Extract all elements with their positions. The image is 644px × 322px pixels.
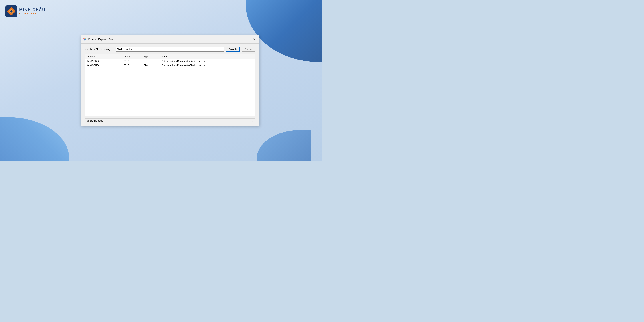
table-body: WINWORD....6016DLLC:\Users\tinas\Documen…: [85, 59, 255, 68]
cell-type: DLL: [142, 59, 160, 63]
logo-area: MINH CHÂU COMPUTER: [6, 6, 46, 17]
logo-name: MINH CHÂU: [19, 8, 46, 12]
cell-pid: 6016: [122, 59, 142, 63]
results-table: Process PID ↑ Type Name: [85, 54, 255, 67]
process-explorer-icon: [83, 37, 87, 41]
title-bar-left: Process Explorer Search: [83, 37, 116, 41]
cell-process: WINWORD....: [85, 63, 122, 67]
pid-sort-arrow: ↑: [129, 56, 130, 58]
dialog-content: Handle or DLL substring: Search Cancel P…: [81, 44, 259, 126]
cell-name: C:\Users\tinas\Documents\File in Use.doc: [160, 59, 255, 63]
svg-point-8: [85, 39, 86, 39]
title-bar: Process Explorer Search ✕: [81, 35, 259, 44]
status-text: 2 matching items.: [86, 120, 104, 122]
logo-sub: COMPUTER: [19, 12, 46, 15]
search-button[interactable]: Search: [226, 47, 240, 52]
col-header-name[interactable]: Name: [160, 54, 255, 59]
cell-pid: 6016: [122, 63, 142, 67]
table-row[interactable]: WINWORD....6016DLLC:\Users\tinas\Documen…: [85, 59, 255, 63]
col-header-pid[interactable]: PID ↑: [122, 54, 142, 59]
status-bar: 2 matching items. ⤡: [85, 119, 255, 123]
logo-icon: [6, 6, 17, 17]
search-row: Handle or DLL substring: Search Cancel: [85, 47, 255, 52]
svg-point-7: [84, 39, 85, 39]
col-header-process[interactable]: Process: [85, 54, 122, 59]
table-header-row: Process PID ↑ Type Name: [85, 54, 255, 59]
svg-point-9: [84, 39, 85, 40]
cell-process: WINWORD....: [85, 59, 122, 63]
cancel-button[interactable]: Cancel: [242, 47, 255, 52]
resize-grip: ⤡: [251, 119, 254, 122]
close-button[interactable]: ✕: [252, 37, 257, 42]
search-label: Handle or DLL substring:: [85, 48, 114, 51]
table-row[interactable]: WINWORD....6016FileC:\Users\tinas\Docume…: [85, 63, 255, 67]
search-input[interactable]: [116, 47, 224, 52]
cell-name: C:\Users\tinas\Documents\File in Use.doc: [160, 63, 255, 67]
logo-text: MINH CHÂU COMPUTER: [19, 8, 46, 15]
cell-type: File: [142, 63, 160, 67]
col-header-type[interactable]: Type: [142, 54, 160, 59]
dialog-title: Process Explorer Search: [88, 38, 116, 41]
dialog-window: Process Explorer Search ✕ Handle or DLL …: [81, 35, 259, 126]
results-table-wrapper: Process PID ↑ Type Name: [85, 54, 255, 116]
